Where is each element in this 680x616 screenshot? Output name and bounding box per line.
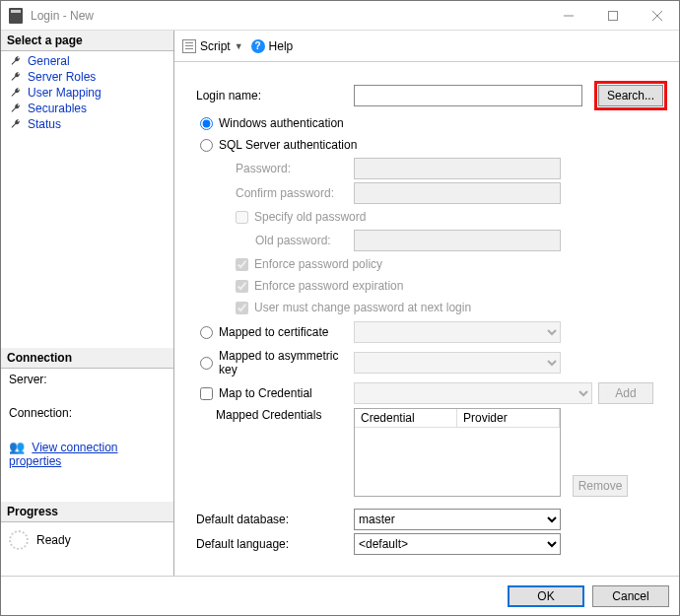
- sidebar: Select a page General Server Roles User …: [1, 31, 174, 576]
- help-label: Help: [269, 39, 294, 53]
- mapped-cert-select: [354, 321, 561, 343]
- wrench-icon: [9, 117, 23, 131]
- search-button[interactable]: Search...: [598, 85, 663, 106]
- col-provider: Provider: [457, 409, 560, 427]
- progress-ring-icon: [9, 530, 29, 550]
- mapped-creds-label: Mapped Credentials: [196, 408, 354, 422]
- search-button-highlight: Search...: [594, 81, 667, 110]
- page-item-general[interactable]: General: [1, 53, 173, 69]
- progress-status: Ready: [36, 533, 71, 547]
- titlebar: Login - New: [1, 1, 679, 31]
- page-link[interactable]: General: [28, 54, 70, 68]
- enforce-policy-label: Enforce password policy: [254, 257, 382, 271]
- help-button[interactable]: ? Help: [251, 39, 294, 53]
- cancel-button[interactable]: Cancel: [592, 585, 669, 607]
- windows-auth-label: Windows authentication: [219, 116, 344, 130]
- specify-old-checkbox: [236, 211, 248, 224]
- password-input: [354, 158, 561, 179]
- page-item-server-roles[interactable]: Server Roles: [1, 69, 173, 85]
- mapped-asym-radio[interactable]: [200, 357, 213, 370]
- chevron-down-icon: ▼: [235, 41, 243, 51]
- map-to-credential-label: Map to Credential: [219, 386, 312, 400]
- enforce-expiration-label: Enforce password expiration: [254, 279, 403, 293]
- page-link[interactable]: User Mapping: [28, 86, 102, 100]
- col-credential: Credential: [355, 409, 457, 427]
- must-change-label: User must change password at next login: [254, 301, 471, 314]
- script-icon: [182, 39, 196, 53]
- default-db-select[interactable]: master: [354, 509, 561, 530]
- script-button[interactable]: Script ▼: [182, 39, 243, 53]
- remove-button: Remove: [573, 475, 628, 497]
- dialog-footer: OK Cancel: [1, 576, 679, 615]
- sql-auth-radio[interactable]: [200, 139, 213, 152]
- confirm-password-input: [354, 182, 561, 204]
- server-label: Server:: [1, 369, 173, 390]
- svg-rect-1: [608, 11, 617, 20]
- page-item-status[interactable]: Status: [1, 116, 173, 132]
- sql-auth-label: SQL Server authentication: [219, 138, 357, 152]
- page-item-securables[interactable]: Securables: [1, 101, 173, 116]
- confirm-password-label: Confirm password:: [196, 186, 354, 200]
- main-pane: Script ▼ ? Help Login name: Search...: [174, 31, 679, 576]
- mapped-cert-radio[interactable]: [200, 326, 213, 339]
- close-button[interactable]: [635, 1, 679, 31]
- login-name-label: Login name:: [196, 89, 354, 103]
- mapped-cert-label: Mapped to certificate: [219, 325, 328, 339]
- mapped-asym-select: [354, 352, 561, 374]
- must-change-checkbox: [236, 302, 248, 314]
- view-connection-properties-link[interactable]: View connection properties: [9, 441, 118, 468]
- form-general: Login name: Search... Windows authentica…: [174, 62, 679, 576]
- help-icon: ?: [251, 39, 265, 53]
- page-link[interactable]: Status: [28, 117, 61, 131]
- toolbar: Script ▼ ? Help: [174, 31, 679, 62]
- people-icon: 👥: [9, 440, 25, 454]
- wrench-icon: [9, 70, 23, 84]
- old-password-label: Old password:: [196, 234, 354, 247]
- maximize-button[interactable]: [590, 1, 635, 31]
- wrench-icon: [9, 86, 23, 100]
- progress-body: Ready: [1, 522, 173, 558]
- windows-auth-radio[interactable]: [200, 117, 213, 130]
- default-db-label: Default database:: [196, 513, 354, 526]
- progress-header: Progress: [1, 502, 173, 522]
- app-icon: [9, 8, 23, 24]
- password-label: Password:: [196, 162, 354, 175]
- old-password-input: [354, 230, 561, 251]
- connection-header: Connection: [1, 348, 173, 369]
- login-name-input[interactable]: [354, 85, 582, 106]
- specify-old-label: Specify old password: [254, 210, 366, 224]
- mapped-asym-label: Mapped to asymmetric key: [219, 349, 354, 376]
- add-button: Add: [598, 382, 653, 404]
- enforce-expiration-checkbox: [236, 280, 248, 293]
- page-item-user-mapping[interactable]: User Mapping: [1, 85, 173, 101]
- wrench-icon: [9, 54, 23, 68]
- connection-section: Server: Connection: 👥 View connection pr…: [1, 369, 173, 502]
- window-title: Login - New: [31, 9, 546, 23]
- view-connection-row: 👥 View connection properties: [1, 436, 173, 472]
- default-lang-label: Default language:: [196, 537, 354, 551]
- login-new-dialog: Login - New Select a page General Server…: [0, 0, 680, 616]
- map-credential-select: [354, 382, 592, 404]
- wrench-icon: [9, 102, 23, 115]
- minimize-button[interactable]: [546, 1, 590, 31]
- mapped-credentials-table[interactable]: Credential Provider: [354, 408, 561, 497]
- enforce-policy-checkbox: [236, 258, 248, 271]
- map-to-credential-checkbox[interactable]: [200, 387, 213, 400]
- connection-label: Connection:: [1, 402, 173, 424]
- page-link[interactable]: Securables: [28, 102, 87, 115]
- script-label: Script: [200, 39, 231, 53]
- select-page-header: Select a page: [1, 31, 173, 51]
- default-lang-select[interactable]: <default>: [354, 533, 561, 555]
- ok-button[interactable]: OK: [508, 585, 584, 607]
- page-list: General Server Roles User Mapping Secura…: [1, 51, 173, 134]
- page-link[interactable]: Server Roles: [28, 70, 96, 84]
